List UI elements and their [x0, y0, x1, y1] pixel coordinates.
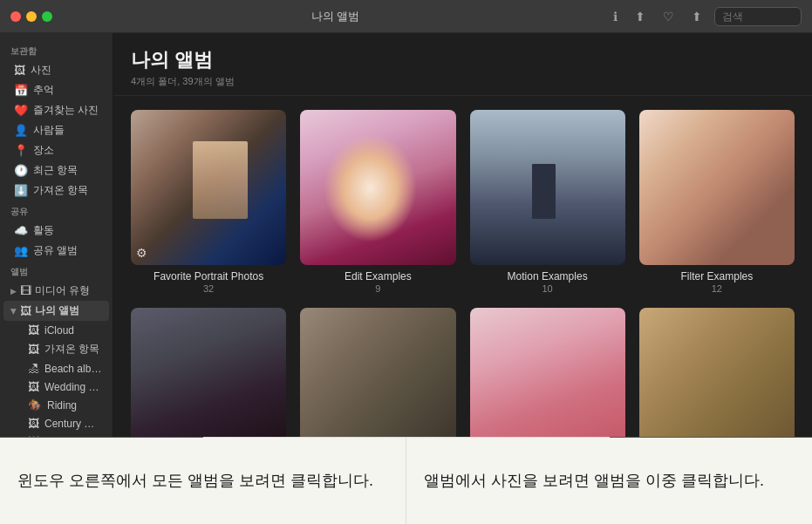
content-header: 나의 앨범 4개의 폴더, 39개의 앨범	[113, 33, 812, 96]
tooltip-left-section: 윈도우 오른쪽에서 모든 앨범을 보려면 클릭합니다.	[0, 438, 406, 524]
sidebar-item-favorites[interactable]: ❤️ 즐겨찾는 사진	[3, 100, 109, 120]
beach-icon: 🏖	[28, 362, 39, 375]
albums-grid: ⚙ Favorite Portrait Photos 32 Edit Examp…	[131, 110, 795, 437]
close-button[interactable]	[10, 11, 21, 22]
album-raven-hoa[interactable]: Raven HOA 4	[470, 308, 625, 437]
people-icon: 👤	[14, 124, 28, 137]
sidebar-label-photos: 사진	[31, 63, 102, 78]
album-thumb-morocco	[300, 308, 455, 437]
search-input[interactable]	[714, 7, 802, 26]
wedding-icon: 🖼	[28, 380, 39, 393]
album-thumb-dog	[639, 308, 795, 437]
riding-icon: 🏇	[28, 398, 42, 412]
album-filter-examples[interactable]: Filter Examples 12	[639, 110, 795, 294]
album-portugal[interactable]: Portugal 71	[131, 308, 286, 437]
album-thumb-raven	[470, 308, 625, 437]
chevron-media-icon: ▶	[10, 287, 17, 296]
upload-button[interactable]: ⬆	[630, 8, 651, 25]
sidebar-label-beach: Beach album	[44, 363, 102, 375]
album-name-edit: Edit Examples	[345, 270, 412, 282]
album-gear-icon: ⚙	[136, 246, 147, 260]
main-area: 보관함 🖼 사진 📅 추억 ❤️ 즐겨찾는 사진 👤 사람들 📍 장소 🕐 최근…	[0, 33, 812, 437]
tooltip-bar: 윈도우 오른쪽에서 모든 앨범을 보려면 클릭합니다. 앨범에서 사진을 보려면…	[0, 437, 812, 524]
favorites-icon: ❤️	[14, 104, 28, 117]
sidebar-item-media-types[interactable]: ▶ 🎞 미디어 유형	[3, 281, 109, 301]
tooltip-left-text: 윈도우 오른쪽에서 모든 앨범을 보려면 클릭합니다.	[17, 470, 373, 492]
page-title: 나의 앨범	[131, 47, 795, 73]
sidebar-item-keep[interactable]: 🖼 가져온 항목	[3, 339, 109, 359]
minimize-button[interactable]	[26, 11, 37, 22]
sidebar-label-activity: 활동	[33, 223, 102, 238]
album-thumb-fav-portrait: ⚙	[131, 110, 286, 265]
album-name-fav-portrait: Favorite Portrait Photos	[154, 270, 263, 282]
album-four-legged[interactable]: Four-legged Friends 38	[639, 308, 795, 437]
sidebar: 보관함 🖼 사진 📅 추억 ❤️ 즐겨찾는 사진 👤 사람들 📍 장소 🕐 최근…	[0, 33, 113, 437]
shared-section-title: 공유	[0, 201, 113, 221]
info-button[interactable]: ℹ	[608, 8, 623, 25]
recent-icon: 🕐	[14, 164, 28, 177]
sidebar-item-riding[interactable]: 🏇 Riding	[3, 396, 109, 414]
chevron-albums-icon: ▶	[10, 308, 18, 314]
sidebar-label-keep: 가져온 항목	[44, 342, 102, 357]
sidebar-label-recent: 최근 항목	[33, 163, 102, 178]
sidebar-item-people[interactable]: 👤 사람들	[3, 120, 109, 140]
album-thumb-edit	[300, 110, 455, 265]
sidebar-item-recent[interactable]: 🕐 최근 항목	[3, 160, 109, 180]
album-fav-portrait[interactable]: ⚙ Favorite Portrait Photos 32	[131, 110, 286, 294]
tooltip-right-text: 앨범에서 사진을 보려면 앨범을 이중 클릭합니다.	[424, 470, 764, 492]
sidebar-item-activity[interactable]: ☁️ 활동	[3, 221, 109, 241]
sidebar-label-imports: 가져온 항목	[33, 183, 102, 198]
sidebar-item-beach[interactable]: 🏖 Beach album	[3, 359, 109, 378]
share-button[interactable]: ⬆	[686, 8, 707, 25]
photos-icon: 🖼	[14, 64, 25, 77]
sidebar-item-photos[interactable]: 🖼 사진	[3, 60, 109, 80]
content-area: 나의 앨범 4개의 폴더, 39개의 앨범 ⚙ Favorite Portrai…	[113, 33, 812, 437]
sidebar-item-my-albums-toggle[interactable]: ▶ 🖼 나의 앨범	[3, 301, 109, 321]
title-bar: 나의 앨범 ℹ ⬆ ♡ ⬆	[0, 0, 812, 33]
album-count-filter: 12	[712, 283, 722, 294]
sidebar-item-memories[interactable]: 📅 추억	[3, 80, 109, 100]
sidebar-label-favorites: 즐겨찾는 사진	[33, 103, 102, 118]
icloud-icon: 🖼	[28, 323, 39, 337]
browse-section-title: 보관함	[0, 40, 113, 60]
sidebar-label-places: 장소	[33, 143, 102, 158]
sidebar-label-my-albums: 나의 앨범	[35, 303, 102, 318]
activity-icon: ☁️	[14, 224, 28, 237]
places-icon: 📍	[14, 144, 28, 157]
maximize-button[interactable]	[42, 11, 52, 22]
sidebar-item-shared-albums[interactable]: 👥 공유 앨범	[3, 241, 109, 261]
keep-icon: 🖼	[28, 343, 39, 356]
sidebar-label-shared-albums: 공유 앨범	[33, 243, 102, 258]
albums-grid-container[interactable]: ⚙ Favorite Portrait Photos 32 Edit Examp…	[113, 96, 812, 437]
album-count-edit: 9	[375, 283, 380, 294]
heart-button[interactable]: ♡	[658, 8, 679, 25]
sidebar-item-icloud[interactable]: 🖼 iCloud	[3, 321, 109, 339]
sidebar-label-icloud: iCloud	[44, 324, 102, 337]
sidebar-item-imports[interactable]: ⬇️ 가져온 항목	[3, 180, 109, 201]
sidebar-label-people: 사람들	[33, 123, 102, 138]
sidebar-item-century[interactable]: 🖼 Century Ride	[3, 414, 109, 432]
page-subtitle: 4개의 폴더, 39개의 앨범	[131, 75, 795, 88]
album-thumb-portugal	[131, 308, 286, 437]
album-edit-examples[interactable]: Edit Examples 9	[300, 110, 455, 294]
tooltip-right-section: 앨범에서 사진을 보려면 앨범을 이중 클릭합니다.	[406, 438, 812, 524]
media-types-icon: 🎞	[20, 284, 31, 297]
sidebar-label-century: Century Ride	[44, 418, 102, 430]
century-icon: 🖼	[28, 417, 39, 430]
connector-left	[0, 437, 203, 438]
sidebar-item-wedding[interactable]: 🖼 Wedding Mem...	[3, 378, 109, 396]
sidebar-label-memories: 추억	[33, 83, 102, 98]
sidebar-item-places[interactable]: 📍 장소	[3, 140, 109, 160]
traffic-lights	[10, 11, 52, 22]
toolbar-icons: ℹ ⬆ ♡ ⬆	[608, 7, 802, 26]
album-morocco[interactable]: Morocco 32	[300, 308, 455, 437]
album-thumb-filter	[639, 110, 795, 265]
album-thumb-motion	[470, 110, 625, 265]
window-title: 나의 앨범	[63, 9, 608, 24]
album-count-fav-portrait: 32	[203, 283, 214, 294]
shared-albums-icon: 👥	[14, 244, 28, 257]
sidebar-label-riding: Riding	[47, 399, 102, 412]
my-albums-icon: 🖼	[20, 304, 31, 317]
memories-icon: 📅	[14, 84, 28, 97]
album-motion-examples[interactable]: Motion Examples 10	[470, 110, 625, 294]
